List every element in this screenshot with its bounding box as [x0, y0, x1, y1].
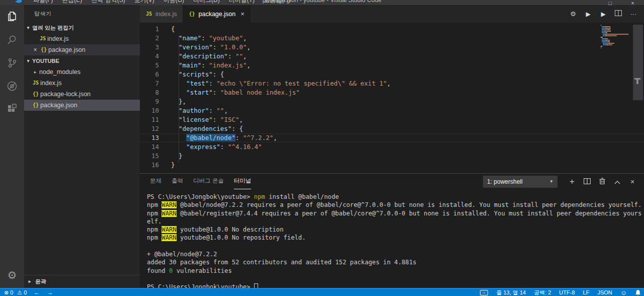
- indentation-status[interactable]: 공백: 2: [534, 289, 551, 296]
- terminal-shell-select[interactable]: 1: powershell ▼: [483, 176, 557, 188]
- js-file-icon: JS: [38, 33, 47, 44]
- code-line: 11 "license": "ISC",: [140, 115, 644, 124]
- terminal-line: PS C:\Users\Jongbok\youtube> npm install…: [147, 193, 640, 201]
- close-button[interactable]: ×: [621, 0, 644, 5]
- terminal-cursor: [254, 283, 258, 288]
- tab-package-json[interactable]: {} package.json ×: [183, 5, 250, 23]
- code-line: 7 "test": "echo \"Error: no test specifi…: [140, 79, 644, 88]
- editor-scrollbar[interactable]: [631, 23, 644, 173]
- minimap[interactable]: [601, 25, 630, 49]
- error-icon: ⊗: [4, 289, 9, 296]
- line-number: 11: [140, 115, 159, 124]
- terminal-line: [147, 242, 640, 250]
- back-arrow-icon[interactable]: ←: [34, 289, 40, 296]
- extensions-icon[interactable]: [0, 98, 24, 121]
- code-line: 6 "scripts": {: [140, 70, 644, 79]
- chevron-right-icon: ▸: [24, 275, 35, 287]
- close-icon[interactable]: ×: [31, 44, 39, 55]
- line-number: 16: [140, 161, 159, 170]
- settings-gear-icon[interactable]: ⚙: [0, 270, 24, 281]
- terminal-line: PS C:\Users\Jongbok\youtube>: [147, 283, 640, 288]
- line-number: 14: [140, 142, 159, 152]
- menu-item[interactable]: 편집(E): [57, 0, 87, 5]
- more-actions-icon[interactable]: ···: [626, 10, 641, 18]
- gear-icon[interactable]: ⚙: [566, 10, 581, 18]
- menu-item[interactable]: 선택 영역(S): [87, 0, 129, 5]
- maximize-panel-icon[interactable]: [610, 178, 625, 186]
- panel-tab[interactable]: 터미널: [234, 174, 252, 189]
- open-editors-section[interactable]: ▾ 열려 있는 편집기: [24, 22, 140, 33]
- code-editor[interactable]: 1{2 "name": "youtube",3 "version": "1.0.…: [140, 23, 644, 173]
- line-number: 9: [140, 97, 159, 106]
- js-file-icon: JS: [146, 11, 152, 17]
- menu-item[interactable]: 파일(F): [29, 0, 57, 5]
- close-panel-icon[interactable]: ×: [625, 178, 640, 186]
- open-editor-package-json[interactable]: × {} package.json: [24, 44, 140, 55]
- vscode-logo-icon: [15, 0, 22, 3]
- split-editor-icon[interactable]: [611, 10, 626, 18]
- panel-tab[interactable]: 문제: [150, 174, 162, 189]
- code-line: 10 "author": "",: [140, 106, 644, 115]
- file-row-index-js[interactable]: JS index.js: [24, 78, 140, 89]
- open-editor-index-js[interactable]: JS index.js: [24, 33, 140, 44]
- terminal-status-icon[interactable]: ›: [480, 290, 488, 295]
- file-row-package-lock-json[interactable]: {} package-lock.json: [24, 89, 140, 100]
- menu-item[interactable]: 도움말(H): [259, 0, 295, 5]
- terminal-line: + @babel/node@7.2.2: [147, 250, 640, 258]
- terminal-line: npm WARN @babel/register@7.4.4 requires …: [147, 209, 640, 217]
- forward-arrow-icon[interactable]: →: [47, 289, 53, 296]
- outline-section[interactable]: ▸ 윤곽: [24, 275, 140, 287]
- scrollbar-slider[interactable]: [633, 25, 643, 100]
- menu-item[interactable]: 터미널(T): [224, 0, 259, 5]
- menu-bar: 파일(F)편집(E)선택 영역(S)보기(V)이동(G)디버그(D)터미널(T)…: [29, 0, 295, 5]
- language-mode[interactable]: JSON: [597, 289, 612, 295]
- chevron-down-icon: ▼: [549, 179, 553, 184]
- terminal-line: [147, 275, 640, 283]
- notifications-bell-icon[interactable]: [635, 289, 641, 296]
- problems-status[interactable]: ⊗ 0: [4, 289, 13, 296]
- line-number: 5: [140, 61, 159, 70]
- new-terminal-icon[interactable]: +: [565, 177, 580, 187]
- encoding-status[interactable]: UTF-8: [559, 289, 575, 295]
- warnings-status[interactable]: ⚠ 0: [17, 289, 27, 296]
- panel-tab[interactable]: 디버그 콘솔: [193, 174, 224, 189]
- feedback-smiley-icon[interactable]: ☺: [620, 289, 627, 296]
- menu-item[interactable]: 이동(G): [159, 0, 189, 5]
- source-control-icon[interactable]: [0, 51, 24, 75]
- code-line: 1{: [140, 25, 644, 34]
- file-row-node-modules[interactable]: ▸ node_modules: [24, 66, 140, 78]
- chevron-down-icon: ▾: [24, 22, 32, 33]
- line-number: 10: [140, 106, 159, 115]
- run-icon-2[interactable]: ▶: [596, 11, 611, 18]
- run-icon[interactable]: ▶: [581, 11, 596, 18]
- line-number: 13: [140, 133, 159, 142]
- code-line: 9 },: [140, 97, 644, 106]
- kill-terminal-icon[interactable]: [595, 178, 610, 186]
- close-icon[interactable]: ×: [240, 10, 245, 18]
- explorer-icon[interactable]: [0, 5, 24, 28]
- chevron-right-icon: ▸: [31, 66, 39, 78]
- tab-index-js[interactable]: JS index.js: [140, 5, 183, 23]
- code-line: 15 }: [140, 152, 644, 161]
- cursor-position[interactable]: 줄 13, 열 14: [496, 289, 526, 296]
- split-terminal-icon[interactable]: [580, 178, 595, 186]
- json-file-icon: {}: [189, 11, 195, 17]
- vscode-window: 파일(F)편집(E)선택 영역(S)보기(V)이동(G)디버그(D)터미널(T)…: [0, 0, 644, 296]
- sidebar-title: 탐색기: [24, 5, 140, 22]
- terminal[interactable]: PS C:\Users\Jongbok\youtube> npm install…: [140, 189, 644, 288]
- eol-status[interactable]: LF: [583, 289, 590, 295]
- code-line: 16}: [140, 161, 644, 170]
- terminal-line: found 0 vulnerabilities: [147, 267, 640, 275]
- menu-item[interactable]: 디버그(D): [189, 0, 224, 5]
- line-number: 7: [140, 79, 159, 88]
- debug-icon[interactable]: [0, 75, 24, 98]
- panel-tab[interactable]: 출력: [172, 174, 183, 189]
- folder-section-youtube[interactable]: ▾ YOUTUBE: [24, 55, 140, 66]
- file-row-package-json[interactable]: {} package.json: [24, 100, 140, 111]
- line-number: 2: [140, 34, 159, 43]
- search-icon[interactable]: [0, 28, 24, 51]
- line-number: 4: [140, 52, 159, 61]
- maximize-button[interactable]: □: [599, 0, 621, 5]
- indent-guide: [179, 36, 179, 163]
- menu-item[interactable]: 보기(V): [130, 0, 159, 5]
